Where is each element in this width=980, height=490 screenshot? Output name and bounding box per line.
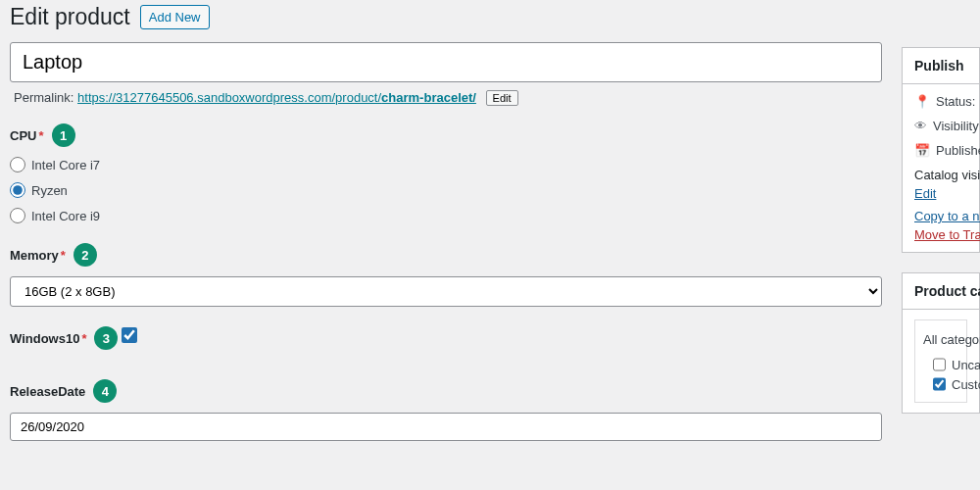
releasedate-input[interactable] bbox=[10, 413, 882, 441]
permalink-link[interactable]: https://31277645506.sandboxwordpress.com… bbox=[77, 90, 476, 105]
catalog-visibility-label: Catalog visib bbox=[914, 168, 967, 182]
cpu-radio-intel-i9[interactable] bbox=[10, 208, 25, 223]
edit-slug-button[interactable]: Edit bbox=[486, 90, 518, 106]
memory-label: Memory bbox=[10, 248, 59, 263]
required-mark: * bbox=[61, 248, 66, 263]
cpu-field: CPU * 1 Intel Core i7 Ryzen Intel Core i… bbox=[10, 123, 882, 223]
category-checkbox-custom[interactable] bbox=[933, 376, 946, 392]
memory-field: Memory * 2 16GB (2 x 8GB) bbox=[10, 243, 882, 307]
publish-heading: Publish bbox=[903, 48, 979, 84]
cpu-label: CPU bbox=[10, 128, 36, 143]
cpu-radio-intel-i7[interactable] bbox=[10, 157, 25, 172]
publish-box: Publish 📍 Status: P 👁 Visibility 📅 Publi… bbox=[902, 47, 980, 253]
catalog-edit-link[interactable]: Edit bbox=[914, 186, 936, 201]
category-checkbox-uncategorized[interactable] bbox=[933, 357, 946, 372]
categories-box: Product cat All categori Uncat Custor bbox=[902, 272, 980, 414]
releasedate-label: ReleaseDate bbox=[10, 384, 85, 399]
required-mark: * bbox=[38, 128, 43, 143]
calendar-icon: 📅 bbox=[914, 143, 930, 158]
required-mark: * bbox=[81, 331, 86, 346]
cpu-option-intel-i9[interactable]: Intel Core i9 bbox=[10, 208, 882, 223]
published-label: Publishe bbox=[936, 143, 980, 158]
windows10-label: Windows10 bbox=[10, 331, 79, 346]
status-label: Status: bbox=[936, 94, 975, 109]
memory-select[interactable]: 16GB (2 x 8GB) bbox=[10, 276, 882, 307]
category-item-custom[interactable]: Custor bbox=[923, 374, 958, 394]
move-trash-link[interactable]: Move to Tras bbox=[914, 227, 967, 242]
windows10-field: Windows10 * 3 bbox=[10, 326, 882, 360]
windows10-checkbox[interactable] bbox=[122, 327, 137, 343]
annotation-badge-4: 4 bbox=[93, 379, 117, 403]
cpu-option-intel-i7[interactable]: Intel Core i7 bbox=[10, 157, 882, 172]
cpu-radio-ryzen[interactable] bbox=[10, 182, 25, 198]
eye-icon: 👁 bbox=[914, 119, 927, 133]
add-new-button[interactable]: Add New bbox=[140, 5, 210, 29]
pin-icon: 📍 bbox=[914, 94, 930, 109]
releasedate-field: ReleaseDate 4 bbox=[10, 379, 882, 441]
annotation-badge-1: 1 bbox=[52, 123, 75, 147]
category-item-uncategorized[interactable]: Uncat bbox=[923, 355, 958, 374]
categories-tab-all[interactable]: All categori bbox=[923, 328, 958, 355]
categories-heading: Product cat bbox=[903, 273, 979, 310]
product-title-input[interactable] bbox=[10, 42, 882, 82]
annotation-badge-2: 2 bbox=[74, 243, 97, 267]
cpu-option-ryzen[interactable]: Ryzen bbox=[10, 182, 882, 198]
permalink-row: Permalink: https://31277645506.sandboxwo… bbox=[10, 82, 882, 123]
copy-draft-link[interactable]: Copy to a ne bbox=[914, 209, 967, 223]
permalink-label: Permalink: bbox=[14, 90, 74, 105]
page-title: Edit product bbox=[10, 4, 130, 30]
annotation-badge-3: 3 bbox=[94, 326, 118, 350]
page-heading: Edit product Add New bbox=[10, 0, 882, 42]
visibility-label: Visibility bbox=[933, 119, 979, 133]
